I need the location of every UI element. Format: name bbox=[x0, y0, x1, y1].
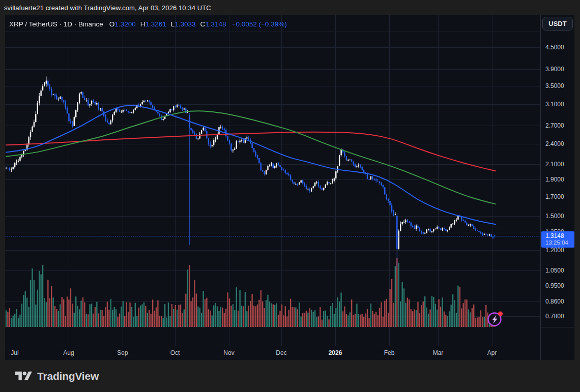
attribution-bar: svillafuerte21 created with TradingView.… bbox=[0, 0, 580, 15]
price-tick-label: 1.5000 bbox=[545, 212, 564, 220]
tradingview-brand: TradingView bbox=[37, 370, 99, 382]
currency-toggle-button[interactable]: USDT bbox=[542, 17, 573, 31]
tradingview-logo-icon bbox=[15, 370, 32, 383]
time-tick-label: 2026 bbox=[323, 349, 347, 356]
price-tick-label: 3.5000 bbox=[545, 82, 564, 90]
time-tick-label: Mar bbox=[426, 349, 450, 356]
time-axis[interactable]: JulAugSepOctNovDec2026FebMarApr bbox=[5, 346, 574, 360]
time-tick-label: Oct bbox=[163, 349, 187, 356]
time-tick-label: Aug bbox=[56, 349, 81, 356]
price-tick-label: 3.9000 bbox=[545, 65, 564, 73]
chart-widget: XRP / TetherUS · 1D · Binance O1.3200 H1… bbox=[5, 15, 574, 360]
footer: TradingView bbox=[0, 360, 580, 392]
time-tick-label: Apr bbox=[480, 349, 504, 356]
price-tick-label: 0.9500 bbox=[545, 282, 564, 290]
time-tick-label: Dec bbox=[269, 349, 294, 356]
tradingview-logo[interactable]: TradingView bbox=[15, 370, 99, 383]
ohlc-close: C1.3148 bbox=[200, 20, 226, 28]
ohlc-open-value: 1.3200 bbox=[114, 20, 135, 28]
change-value: −0.0052 (−0.39%) bbox=[232, 20, 287, 28]
ohlc-high-value: 1.3261 bbox=[145, 20, 166, 28]
ohlc-low: L1.3033 bbox=[171, 20, 196, 28]
last-price-value: 1.3148 bbox=[545, 232, 574, 239]
price-tick-label: 2.4000 bbox=[545, 140, 564, 148]
ohlc-close-value: 1.3148 bbox=[205, 20, 226, 28]
price-tick-label: 0.8600 bbox=[545, 297, 564, 306]
price-tick-label: 4.5000 bbox=[545, 43, 564, 51]
time-tick-label: Jul bbox=[3, 349, 27, 356]
page: svillafuerte21 created with TradingView.… bbox=[0, 0, 580, 392]
time-tick-label: Feb bbox=[377, 349, 401, 356]
price-chart-canvas[interactable] bbox=[5, 15, 540, 346]
bar-countdown-timer: 13:25:04 bbox=[545, 239, 574, 246]
price-axis-bottom-divider bbox=[541, 327, 575, 327]
time-tick-label: Nov bbox=[217, 349, 241, 356]
ohlc-open: O1.3200 bbox=[109, 20, 136, 28]
lightning-indicator-icon[interactable] bbox=[486, 310, 504, 327]
time-tick-label: Sep bbox=[110, 349, 135, 356]
symbol-legend[interactable]: XRP / TetherUS · 1D · Binance O1.3200 H1… bbox=[9, 19, 287, 29]
price-tick-label: 3.1000 bbox=[545, 100, 564, 108]
price-tick-label: 2.7000 bbox=[545, 122, 564, 130]
attribution-text: svillafuerte21 created with TradingView.… bbox=[4, 4, 211, 12]
symbol-title: XRP / TetherUS · 1D · Binance bbox=[9, 20, 103, 28]
price-tick-label: 1.0500 bbox=[545, 266, 564, 275]
price-tick-label: 2.1000 bbox=[545, 160, 564, 168]
price-tick-label: 1.9000 bbox=[545, 175, 564, 184]
ohlc-low-value: 1.3033 bbox=[175, 20, 195, 28]
price-axis[interactable]: 1.3148 13:25:04 4.50003.90003.50003.1000… bbox=[540, 15, 574, 360]
last-price-label: 1.3148 13:25:04 bbox=[541, 231, 574, 248]
price-tick-label: 0.7800 bbox=[545, 312, 564, 320]
ohlc-high: H1.3261 bbox=[140, 20, 166, 28]
price-tick-label: 1.7000 bbox=[545, 193, 564, 201]
